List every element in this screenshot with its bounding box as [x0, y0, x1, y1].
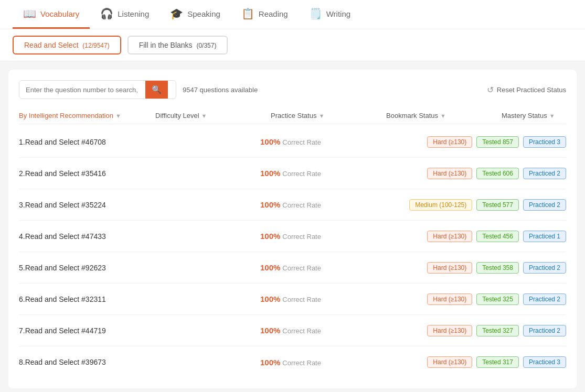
tested-tag: Tested 325 — [476, 293, 519, 305]
correct-percentage: 100% — [260, 200, 280, 209]
question-list: 1.Read and Select #46708 100% Correct Ra… — [19, 126, 566, 378]
correct-label: Correct Rate — [282, 201, 321, 209]
filter-difficulty-label: Difficulty Level — [155, 112, 199, 119]
difficulty-tag: Hard (≥130) — [427, 325, 472, 336]
question-row[interactable]: 2.Read and Select #35416 100% Correct Ra… — [19, 158, 566, 189]
difficulty-tag: Hard (≥130) — [427, 293, 472, 305]
practiced-tag: Practiced 1 — [523, 231, 566, 242]
correct-label: Correct Rate — [282, 170, 321, 178]
correct-percentage: 100% — [260, 232, 280, 241]
practiced-tag: Practiced 2 — [523, 325, 566, 336]
correct-label: Correct Rate — [282, 327, 321, 335]
question-name: 2.Read and Select #35416 — [19, 169, 260, 178]
correct-rate: 100% Correct Rate — [260, 169, 376, 178]
correct-label: Correct Rate — [282, 296, 321, 303]
practiced-tag: Practiced 3 — [523, 136, 566, 148]
question-name: 8.Read and Select #39673 — [19, 358, 260, 366]
correct-rate: 100% Correct Rate — [260, 137, 376, 146]
nav-label-listening: Listening — [118, 9, 149, 18]
questions-count: 9547 questions available — [183, 86, 258, 94]
question-tags: Hard (≥130) Tested 456 Practiced 1 — [427, 231, 566, 242]
question-tags: Hard (≥130) Tested 358 Practiced 2 — [427, 262, 566, 274]
difficulty-tag: Hard (≥130) — [427, 231, 472, 242]
question-name: 4.Read and Select #47433 — [19, 232, 260, 241]
search-button[interactable]: 🔍 — [145, 81, 168, 99]
difficulty-tag: Hard (≥130) — [427, 262, 472, 274]
correct-percentage: 100% — [260, 263, 280, 272]
practiced-tag: Practiced 2 — [523, 168, 566, 179]
correct-label: Correct Rate — [282, 264, 321, 272]
correct-rate: 100% Correct Rate — [260, 232, 376, 241]
tested-tag: Tested 317 — [476, 356, 519, 368]
filter-recommendation-label: By Intelligent Recommendation — [19, 112, 113, 119]
question-name: 7.Read and Select #44719 — [19, 326, 260, 335]
search-icon: 🔍 — [152, 85, 162, 94]
filter-practice-label: Practice Status — [271, 112, 316, 119]
tested-tag: Tested 456 — [476, 231, 519, 242]
question-row[interactable]: 3.Read and Select #35224 100% Correct Ra… — [19, 189, 566, 221]
reset-practiced-button[interactable]: ↺ Reset Practiced Status — [487, 85, 566, 95]
tested-tag: Tested 606 — [476, 168, 519, 179]
nav-item-reading[interactable]: 📋 Reading — [231, 0, 299, 29]
question-row[interactable]: 1.Read and Select #46708 100% Correct Ra… — [19, 126, 566, 158]
correct-rate: 100% Correct Rate — [260, 200, 376, 209]
sub-tab-fill-in-blanks[interactable]: Fill in the Blanks (0/357) — [127, 36, 228, 55]
question-row[interactable]: 5.Read and Select #92623 100% Correct Ra… — [19, 252, 566, 284]
question-name: 3.Read and Select #35224 — [19, 201, 260, 209]
nav-item-listening[interactable]: 🎧 Listening — [90, 0, 159, 29]
search-bar: 🔍 9547 questions available ↺ Reset Pract… — [19, 80, 566, 99]
filter-bookmark[interactable]: Bookmark Status ▼ — [386, 112, 502, 119]
filter-difficulty[interactable]: Difficulty Level ▼ — [155, 112, 271, 119]
sub-tabs: Read and Select (12/9547) Fill in the Bl… — [0, 29, 585, 61]
filter-practice[interactable]: Practice Status ▼ — [271, 112, 386, 119]
question-row[interactable]: 7.Read and Select #44719 100% Correct Ra… — [19, 315, 566, 346]
correct-percentage: 100% — [260, 137, 280, 146]
content-area: 🔍 9547 questions available ↺ Reset Pract… — [8, 70, 577, 388]
correct-percentage: 100% — [260, 169, 280, 178]
filter-recommendation[interactable]: By Intelligent Recommendation ▼ — [19, 112, 155, 119]
correct-percentage: 100% — [260, 326, 280, 335]
chevron-down-icon: ▼ — [115, 113, 121, 119]
tested-tag: Tested 358 — [476, 262, 519, 274]
sub-tab-read-label: Read and Select (12/9547) — [24, 41, 110, 49]
sub-tab-read-and-select[interactable]: Read and Select (12/9547) — [13, 36, 121, 55]
chevron-down-icon-2: ▼ — [201, 113, 207, 119]
search-input[interactable] — [19, 82, 145, 98]
speaking-icon: 🎓 — [170, 8, 183, 19]
nav-item-vocabulary[interactable]: 📖 Vocabulary — [13, 0, 90, 29]
difficulty-tag: Hard (≥130) — [427, 136, 472, 148]
practiced-tag: Practiced 3 — [523, 356, 566, 368]
filter-bookmark-label: Bookmark Status — [386, 112, 438, 119]
question-tags: Hard (≥130) Tested 327 Practiced 2 — [427, 325, 566, 336]
reset-icon: ↺ — [487, 85, 494, 95]
difficulty-tag: Hard (≥130) — [427, 168, 472, 179]
nav-label-writing: Writing — [326, 9, 350, 18]
search-input-wrap: 🔍 — [19, 80, 176, 99]
nav-item-writing[interactable]: 🗒️ Writing — [299, 0, 361, 29]
difficulty-tag: Hard (≥130) — [427, 356, 472, 368]
question-tags: Hard (≥130) Tested 325 Practiced 2 — [427, 293, 566, 305]
filter-mastery[interactable]: Mastery Status ▼ — [502, 112, 566, 119]
question-row[interactable]: 8.Read and Select #39673 100% Correct Ra… — [19, 346, 566, 378]
tested-tag: Tested 577 — [476, 199, 519, 211]
nav-item-speaking[interactable]: 🎓 Speaking — [159, 0, 231, 29]
filter-mastery-label: Mastery Status — [502, 112, 547, 119]
practiced-tag: Practiced 2 — [523, 199, 566, 211]
practiced-tag: Practiced 2 — [523, 293, 566, 305]
writing-icon: 🗒️ — [309, 8, 322, 19]
question-name: 6.Read and Select #32311 — [19, 295, 260, 303]
nav-label-speaking: Speaking — [187, 9, 220, 18]
listening-icon: 🎧 — [100, 8, 113, 19]
difficulty-tag: Medium (100-125) — [409, 199, 472, 211]
correct-rate: 100% Correct Rate — [260, 295, 376, 303]
correct-rate: 100% Correct Rate — [260, 326, 376, 335]
question-tags: Hard (≥130) Tested 317 Practiced 3 — [427, 356, 566, 368]
filter-row: By Intelligent Recommendation ▼ Difficul… — [19, 107, 566, 124]
question-row[interactable]: 4.Read and Select #47433 100% Correct Ra… — [19, 221, 566, 252]
question-name: 5.Read and Select #92623 — [19, 264, 260, 272]
question-row[interactable]: 6.Read and Select #32311 100% Correct Ra… — [19, 284, 566, 315]
reading-icon: 📋 — [241, 8, 254, 19]
nav-label-vocabulary: Vocabulary — [40, 9, 79, 18]
sub-tab-fill-label: Fill in the Blanks (0/357) — [139, 41, 217, 49]
chevron-down-icon-4: ▼ — [440, 113, 446, 119]
